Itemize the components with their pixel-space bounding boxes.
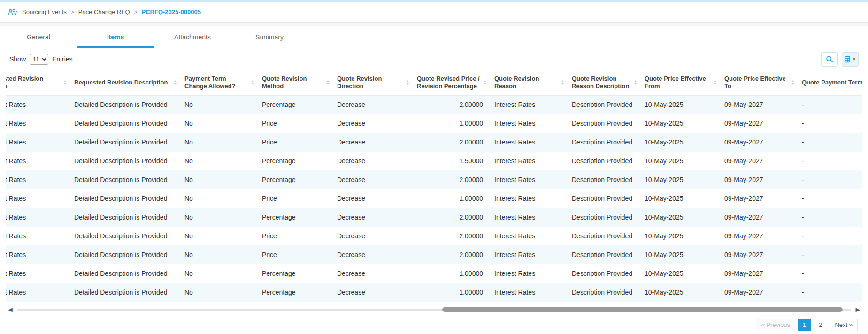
table-cell: Description Provided: [568, 227, 641, 245]
column-header[interactable]: Quote Price Effective To▲▼: [721, 70, 798, 96]
table-cell: -: [798, 189, 862, 208]
table-cell: 10-May-2025: [641, 227, 721, 245]
tab-items[interactable]: Items: [77, 26, 154, 48]
page-size-select[interactable]: 11: [30, 54, 48, 65]
scrollbar-thumb[interactable]: [442, 307, 843, 312]
scrollbar-track[interactable]: [17, 307, 851, 312]
section-divider: [0, 23, 868, 26]
table-cell: 10-May-2025: [641, 264, 721, 283]
column-header[interactable]: Quote Revision Reason▲▼: [491, 70, 568, 96]
sort-icon[interactable]: ▲▼: [323, 80, 330, 85]
next-page-button[interactable]: Next »: [830, 319, 858, 331]
caret-down-icon: ▼: [852, 57, 856, 61]
sort-icon[interactable]: ▲▼: [711, 80, 717, 85]
column-header-label: Payment Term Change Allowed?: [184, 75, 248, 91]
table-cell: 09-May-2027: [721, 170, 798, 189]
page-button-2[interactable]: 2: [814, 319, 827, 331]
breadcrumb-item-sourcing-events[interactable]: Sourcing Events: [22, 8, 67, 15]
table-row: Interest RatesDetailed Description is Pr…: [6, 114, 862, 133]
table-cell: Interest Rates: [6, 245, 70, 264]
table-cell: Price: [258, 189, 333, 208]
table-cell: Interest Rates: [491, 264, 568, 283]
table-cell: Percentage: [258, 170, 333, 189]
table-cell: Percentage: [258, 208, 333, 227]
table-cell: -: [798, 114, 862, 133]
table-cell: Detailed Description is Provided: [70, 264, 181, 283]
column-header[interactable]: Quote Revision Method▲▼: [258, 70, 333, 96]
table-cell: 1.00000: [413, 189, 491, 208]
table-cell: Decrease: [333, 245, 413, 264]
column-header-label: Quote Revision Direction: [337, 75, 403, 91]
table-cell: Detailed Description is Provided: [70, 245, 181, 264]
sort-icon[interactable]: ▲▼: [61, 80, 67, 85]
table-cell: Percentage: [258, 95, 333, 114]
table-cell: Description Provided: [568, 208, 641, 227]
table-cell: Decrease: [333, 133, 413, 152]
sort-icon[interactable]: ▲▼: [403, 80, 409, 85]
table-row: Interest RatesDetailed Description is Pr…: [6, 133, 862, 152]
column-header[interactable]: Payment Term Change Allowed?▲▼: [181, 70, 258, 96]
table-cell: Detailed Description is Provided: [70, 114, 181, 133]
table-cell: Description Provided: [568, 170, 641, 189]
table-cell: 10-May-2025: [641, 152, 721, 170]
table-cell: Interest Rates: [6, 114, 70, 133]
header-row: Requested Revision Reason▲▼Requested Rev…: [6, 70, 862, 96]
table-cell: No: [181, 208, 258, 227]
table-cell: Decrease: [333, 95, 413, 114]
column-header-label: Quote Payment Term: [802, 79, 862, 86]
search-button[interactable]: [821, 52, 838, 67]
table-cell: 09-May-2027: [721, 208, 798, 227]
sort-icon[interactable]: ▲▼: [788, 80, 794, 85]
column-header[interactable]: Requested Revision Description▲▼: [70, 70, 181, 96]
table-cell: No: [181, 133, 258, 152]
table-cell: Interest Rates: [491, 245, 568, 264]
tab-attachments[interactable]: Attachments: [154, 26, 231, 48]
table-cell: Description Provided: [568, 152, 641, 170]
table-cell: 09-May-2027: [721, 189, 798, 208]
breadcrumb-item-current-rfq[interactable]: PCRFQ-2025-000005: [142, 8, 201, 15]
table-cell: 2.00000: [413, 245, 491, 264]
table-cell: 2.00000: [413, 95, 491, 114]
table-cell: 09-May-2027: [721, 133, 798, 152]
sort-icon[interactable]: ▲▼: [631, 80, 637, 85]
table-cell: 10-May-2025: [641, 208, 721, 227]
table-cell: 10-May-2025: [641, 189, 721, 208]
table-cell: 2.00000: [413, 208, 491, 227]
table-cell: Description Provided: [568, 114, 641, 133]
tab-general[interactable]: General: [0, 26, 77, 48]
export-button[interactable]: ▼: [842, 52, 859, 67]
table-cell: Interest Rates: [6, 170, 70, 189]
breadcrumb-item-price-change-rfq[interactable]: Price Change RFQ: [78, 8, 130, 15]
table-cell: No: [181, 245, 258, 264]
breadcrumb-separator: >: [71, 9, 74, 15]
column-header[interactable]: Quote Price Effective From▲▼: [641, 70, 721, 96]
table-cell: -: [798, 208, 862, 227]
sort-icon[interactable]: ▲▼: [481, 80, 487, 85]
sort-icon[interactable]: ▲▼: [171, 80, 177, 85]
table-cell: No: [181, 114, 258, 133]
table-cell: 1.00000: [413, 264, 491, 283]
previous-page-button[interactable]: « Previous: [756, 319, 795, 331]
sort-icon[interactable]: ▲▼: [558, 80, 564, 85]
scroll-left-icon[interactable]: ◀: [7, 306, 14, 313]
column-header[interactable]: Quote Revision Reason Description▲▼: [568, 70, 641, 96]
sort-icon[interactable]: ▲▼: [248, 80, 254, 85]
column-header[interactable]: Quote Payment Term▲▼: [798, 70, 862, 96]
table-cell: 10-May-2025: [641, 245, 721, 264]
table-cell: 09-May-2027: [721, 152, 798, 170]
table-cell: -: [798, 264, 862, 283]
scroll-right-icon[interactable]: ▶: [854, 306, 861, 313]
table-cell: 2.00000: [413, 227, 491, 245]
tab-summary[interactable]: Summary: [231, 26, 308, 48]
column-header[interactable]: Quote Revision Direction▲▼: [333, 70, 413, 96]
table-cell: Interest Rates: [6, 133, 70, 152]
table-row: Interest RatesDetailed Description is Pr…: [6, 245, 862, 264]
table-cell: Decrease: [333, 189, 413, 208]
column-header[interactable]: Quote Revised Price / Revision Percentag…: [413, 70, 491, 96]
table-row: Interest RatesDetailed Description is Pr…: [6, 170, 862, 189]
page-button-1[interactable]: 1: [798, 319, 811, 331]
table-cell: Interest Rates: [491, 170, 568, 189]
table-cell: 1.00000: [413, 283, 491, 302]
column-header[interactable]: Requested Revision Reason▲▼: [6, 70, 70, 96]
table-cell: Interest Rates: [491, 208, 568, 227]
